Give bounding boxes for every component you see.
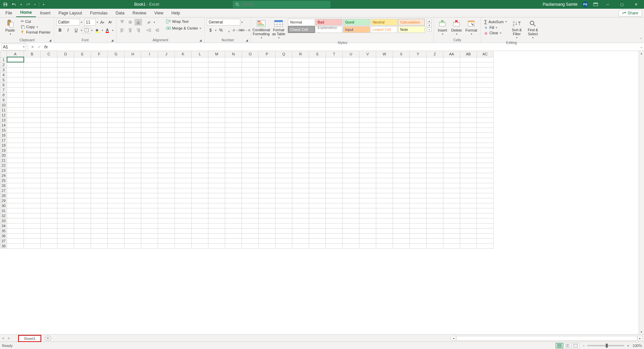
cell[interactable] <box>276 238 292 243</box>
cell[interactable] <box>393 138 410 143</box>
cell[interactable] <box>477 57 494 62</box>
cell[interactable] <box>410 67 427 72</box>
row-header[interactable]: 14 <box>0 122 7 128</box>
number-format-select[interactable] <box>207 19 240 26</box>
cell[interactable] <box>309 153 326 158</box>
cell[interactable] <box>443 87 460 92</box>
cell[interactable] <box>309 72 326 77</box>
cell[interactable] <box>359 62 376 67</box>
cell[interactable] <box>158 233 175 238</box>
cell[interactable] <box>410 148 427 153</box>
cell[interactable] <box>292 92 309 97</box>
cell[interactable] <box>410 168 427 173</box>
cell[interactable] <box>192 122 208 128</box>
cell[interactable] <box>326 143 343 148</box>
cell[interactable] <box>443 72 460 77</box>
cell[interactable] <box>443 173 460 178</box>
cell[interactable] <box>208 57 225 62</box>
cell[interactable] <box>57 163 74 168</box>
cell[interactable] <box>376 128 393 133</box>
cell[interactable] <box>276 228 292 233</box>
font-color-dropdown-icon[interactable]: ▾ <box>112 29 113 32</box>
cell[interactable] <box>410 193 427 198</box>
cell[interactable] <box>259 238 276 243</box>
cell[interactable] <box>292 213 309 218</box>
cell[interactable] <box>343 213 359 218</box>
enter-formula-icon[interactable]: ✓ <box>36 45 43 49</box>
cell[interactable] <box>208 107 225 112</box>
cell[interactable] <box>125 112 141 117</box>
cell[interactable] <box>74 72 91 77</box>
cell[interactable] <box>326 112 343 117</box>
cell[interactable] <box>427 228 443 233</box>
cell[interactable] <box>376 77 393 82</box>
cell[interactable] <box>192 138 208 143</box>
cell[interactable] <box>410 188 427 193</box>
cell[interactable] <box>410 218 427 223</box>
row-header[interactable]: 26 <box>0 183 7 188</box>
cell[interactable] <box>443 138 460 143</box>
cell[interactable] <box>477 62 494 67</box>
cell[interactable] <box>125 77 141 82</box>
cell[interactable] <box>225 218 242 223</box>
cell[interactable] <box>141 57 158 62</box>
cell[interactable] <box>74 173 91 178</box>
row-header[interactable]: 5 <box>0 77 7 82</box>
cell[interactable] <box>326 117 343 122</box>
borders-button[interactable] <box>83 27 90 34</box>
cell[interactable] <box>74 163 91 168</box>
cell[interactable] <box>359 163 376 168</box>
cell[interactable] <box>91 163 108 168</box>
cell[interactable] <box>158 112 175 117</box>
cell[interactable] <box>477 67 494 72</box>
cell[interactable] <box>292 102 309 107</box>
cell[interactable] <box>41 128 57 133</box>
cell[interactable] <box>125 143 141 148</box>
cell[interactable] <box>242 243 259 248</box>
cell[interactable] <box>24 82 41 87</box>
cell[interactable] <box>309 82 326 87</box>
cell[interactable] <box>7 153 24 158</box>
cell[interactable] <box>393 238 410 243</box>
cell[interactable] <box>158 102 175 107</box>
cell[interactable] <box>125 67 141 72</box>
decrease-decimal-icon[interactable]: .00→.0 <box>241 27 249 34</box>
cell[interactable] <box>309 178 326 183</box>
cell[interactable] <box>443 122 460 128</box>
column-header[interactable]: O <box>242 51 259 57</box>
cell[interactable] <box>7 143 24 148</box>
cell[interactable] <box>309 122 326 128</box>
cell[interactable] <box>410 243 427 248</box>
cell[interactable] <box>74 228 91 233</box>
cell[interactable] <box>91 143 108 148</box>
cell[interactable] <box>292 122 309 128</box>
row-header[interactable]: 19 <box>0 148 7 153</box>
cell[interactable] <box>41 112 57 117</box>
cell[interactable] <box>343 122 359 128</box>
cell[interactable] <box>57 62 74 67</box>
cell[interactable] <box>141 193 158 198</box>
row-header[interactable]: 15 <box>0 128 7 133</box>
cell[interactable] <box>460 138 477 143</box>
cell[interactable] <box>292 158 309 163</box>
cell[interactable] <box>175 133 192 138</box>
cell[interactable] <box>410 173 427 178</box>
cell[interactable] <box>309 92 326 97</box>
cell[interactable] <box>410 97 427 102</box>
cell[interactable] <box>108 82 125 87</box>
cell[interactable] <box>242 97 259 102</box>
cell[interactable] <box>208 122 225 128</box>
cell[interactable] <box>242 107 259 112</box>
sort-filter-button[interactable]: AZSort & Filter▾ <box>509 19 524 40</box>
cell[interactable] <box>141 62 158 67</box>
cell[interactable] <box>74 203 91 208</box>
cell[interactable] <box>343 128 359 133</box>
column-header[interactable]: Y <box>410 51 427 57</box>
cell[interactable] <box>309 163 326 168</box>
cell[interactable] <box>376 97 393 102</box>
cell[interactable] <box>460 128 477 133</box>
cell[interactable] <box>359 82 376 87</box>
cell[interactable] <box>359 77 376 82</box>
cell[interactable] <box>326 193 343 198</box>
cell[interactable] <box>192 153 208 158</box>
